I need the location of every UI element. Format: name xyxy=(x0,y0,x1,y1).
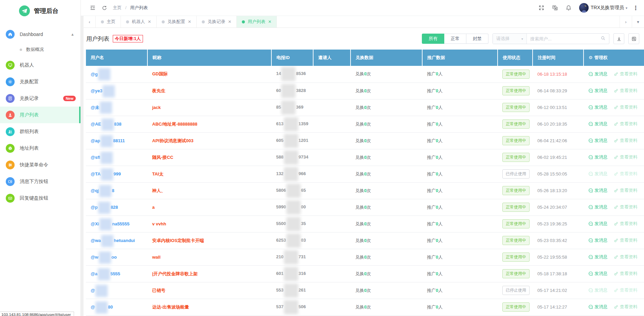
username-cell[interactable]: @80 xyxy=(86,299,147,315)
send-message-link[interactable]: 发消息 xyxy=(588,121,608,127)
censored-blur xyxy=(281,67,296,81)
tab-dot-icon xyxy=(101,20,104,23)
filter-all-button[interactable]: 所有 xyxy=(422,34,444,44)
close-icon[interactable]: ✕ xyxy=(228,19,231,24)
sidebar-item-reply-keyboard[interactable]: 回复键盘按钮 xyxy=(0,190,80,206)
send-message-link[interactable]: 发消息 xyxy=(588,171,608,177)
username-cell[interactable]: @a5555 xyxy=(86,265,147,282)
view-profile-link[interactable]: 查看资料 xyxy=(614,171,638,177)
username-cell[interactable]: @p828 xyxy=(86,199,147,216)
chevron-up-icon[interactable]: ▲ xyxy=(71,32,74,36)
translate-icon[interactable] xyxy=(549,2,561,14)
username-cell[interactable]: @Xina55555 xyxy=(86,216,147,232)
search-input[interactable] xyxy=(530,36,601,41)
telegram-id-cell: 580665 xyxy=(271,182,313,199)
sidebar-item-group-list[interactable]: 群组列表 xyxy=(0,123,80,140)
send-message-link[interactable]: 发消息 xyxy=(588,71,608,77)
username-cell[interactable]: @ye3 xyxy=(86,82,147,99)
sidebar-item-exchange-records[interactable]: 兑换记录 New xyxy=(0,90,80,107)
tabs-scroll-right[interactable]: › xyxy=(620,16,632,27)
breadcrumb-home[interactable]: 主页 xyxy=(113,5,122,10)
tab-exchange-config[interactable]: 兑换配置 ✕ xyxy=(157,16,197,27)
send-message-link[interactable]: 发消息 xyxy=(588,271,608,277)
send-message-link[interactable]: 发消息 xyxy=(588,304,608,310)
send-message-link[interactable]: 发消息 xyxy=(588,187,608,193)
view-profile-link[interactable]: 查看资料 xyxy=(614,154,638,160)
username-cell[interactable]: @qj8 xyxy=(86,182,147,199)
sidebar-item-dashboard[interactable]: Dashboard ▲ xyxy=(0,26,80,42)
send-message-link[interactable]: 发消息 xyxy=(588,104,608,110)
sidebar-item-quick-menu-commands[interactable]: 快捷菜单命令 xyxy=(0,156,80,173)
kebab-menu-icon[interactable]: ⋮ xyxy=(633,4,639,12)
promo-cell: 推广0人 xyxy=(422,182,498,199)
search-type-select[interactable]: 请选择 ▾ xyxy=(493,34,527,44)
send-message-link[interactable]: 发消息 xyxy=(588,154,608,160)
tabs-scroll-left[interactable]: ‹ xyxy=(84,16,96,27)
username-cell[interactable]: @未 xyxy=(86,99,147,116)
inviter-cell xyxy=(313,249,351,265)
username-cell[interactable]: @ap88111 xyxy=(86,132,147,149)
close-icon[interactable]: ✕ xyxy=(148,19,151,24)
view-profile-link[interactable]: 查看资料 xyxy=(614,254,638,260)
censored-blur xyxy=(98,68,110,80)
view-profile-link[interactable]: 查看资料 xyxy=(614,287,638,293)
send-message-link[interactable]: 发消息 xyxy=(588,254,608,260)
tab-exchange-records[interactable]: 兑换记录 ✕ xyxy=(197,16,237,27)
sidebar-item-address-list[interactable]: 地址列表 xyxy=(0,140,80,156)
username-cell[interactable]: @TA999 xyxy=(86,166,147,182)
sidebar-item-user-list[interactable]: 用户列表 xyxy=(0,107,80,123)
username-cell[interactable]: @g xyxy=(86,66,147,82)
view-profile-link[interactable]: 查看资料 xyxy=(614,304,638,310)
username-cell[interactable]: @ xyxy=(86,282,147,299)
send-message-link[interactable]: 发消息 xyxy=(588,88,608,94)
fullscreen-icon[interactable] xyxy=(536,2,547,14)
view-profile-link[interactable]: 查看资料 xyxy=(614,204,638,210)
send-message-link[interactable]: 发消息 xyxy=(588,137,608,144)
close-icon[interactable]: ✕ xyxy=(188,19,191,24)
gear-icon: ⚙ xyxy=(589,55,593,60)
tab-robots[interactable]: 机器人 ✕ xyxy=(121,16,157,27)
sidebar-item-inline-buttons[interactable]: 消息下方按钮 xyxy=(0,173,80,190)
filter-banned-button[interactable]: 封禁 xyxy=(466,34,488,44)
filter-normal-button[interactable]: 正常 xyxy=(444,34,466,44)
refresh-icon[interactable] xyxy=(99,2,110,14)
view-profile-link[interactable]: 查看资料 xyxy=(614,121,638,127)
view-profile-link[interactable]: 查看资料 xyxy=(614,271,638,277)
sidebar-item-robots[interactable]: 机器人 xyxy=(0,57,80,73)
username-cell[interactable]: @woo xyxy=(86,249,147,265)
col-nickname: 昵称 xyxy=(147,50,271,66)
tabs-menu-toggle[interactable]: ▾ xyxy=(632,16,644,27)
username-cell[interactable]: @sfl xyxy=(86,149,147,166)
username-cell[interactable]: @AE838 xyxy=(86,116,147,132)
collapse-sidebar-icon[interactable] xyxy=(87,2,99,14)
send-message-link[interactable]: 发消息 xyxy=(588,221,608,227)
view-profile-link[interactable]: 查看资料 xyxy=(614,187,638,193)
send-message-link[interactable]: 发消息 xyxy=(588,237,608,243)
download-button[interactable] xyxy=(613,33,624,44)
nickname-cell: 随风-接CC xyxy=(147,149,271,166)
nickname-cell: jack xyxy=(147,99,271,116)
view-profile-link[interactable]: 查看资料 xyxy=(614,88,638,94)
user-avatar[interactable] xyxy=(579,3,589,13)
user-menu[interactable]: TRX兑换管理员 ▾ xyxy=(591,5,627,11)
search-icon[interactable] xyxy=(601,36,606,42)
sidebar-item-data-overview[interactable]: 数据概况 xyxy=(0,42,80,57)
censored-blur xyxy=(281,84,296,98)
preview-button[interactable] xyxy=(628,33,639,44)
tab-home[interactable]: 主页 xyxy=(96,16,121,27)
view-profile-link[interactable]: 查看资料 xyxy=(614,137,638,144)
view-profile-link[interactable]: 查看资料 xyxy=(614,237,638,243)
tab-user-list[interactable]: 用户列表 ✕ xyxy=(237,16,277,27)
notification-bell-icon[interactable] xyxy=(563,2,574,14)
censored-blur xyxy=(95,301,108,314)
view-profile-link[interactable]: 查看资料 xyxy=(614,71,638,77)
close-icon[interactable]: ✕ xyxy=(268,19,271,24)
send-message-link[interactable]: 发消息 xyxy=(588,287,608,293)
username-cell[interactable]: @wahetuandui xyxy=(86,232,147,249)
send-message-link[interactable]: 发消息 xyxy=(588,204,608,210)
sidebar-item-label: 消息下方按钮 xyxy=(20,179,48,185)
view-profile-link[interactable]: 查看资料 xyxy=(614,221,638,227)
sidebar-item-exchange-config[interactable]: 兑换配置 xyxy=(0,73,80,90)
inviter-cell xyxy=(313,216,351,232)
view-profile-link[interactable]: 查看资料 xyxy=(614,104,638,110)
